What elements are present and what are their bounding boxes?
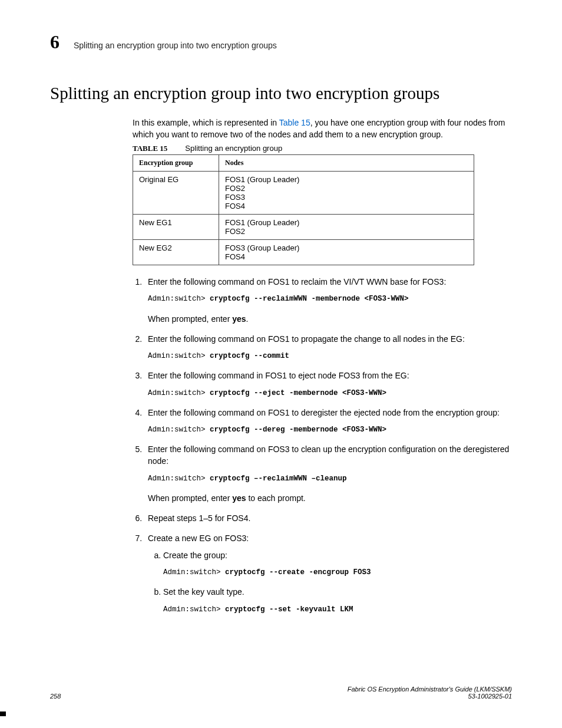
cell-group: Original EG: [133, 172, 219, 215]
note-text: When prompted, enter: [148, 314, 232, 324]
node-entry: FOS2: [225, 227, 468, 236]
step-text: Enter the following command on FOS1 to r…: [148, 277, 446, 286]
page-footer: 258 Fabric OS Encryption Administrator's…: [50, 686, 512, 700]
intro-paragraph: In this example, which is represented in…: [133, 117, 512, 140]
step-4: Enter the following command on FOS1 to d…: [144, 407, 512, 435]
body-column: In this example, which is represented in…: [133, 117, 512, 615]
running-title: Splitting an encryption group into two e…: [74, 41, 277, 50]
note-text: to each prompt.: [246, 493, 306, 503]
code-block: Admin:switch> cryptocfg --dereg -membern…: [148, 424, 512, 435]
step-3: Enter the following command in FOS1 to e…: [144, 370, 512, 398]
command: cryptocfg --reclaimWWN -membernode <FOS3…: [210, 295, 409, 303]
book-title: Fabric OS Encryption Administrator's Gui…: [348, 686, 512, 693]
section-heading: Splitting an encryption group into two e…: [50, 84, 512, 103]
prompt: Admin:switch>: [148, 295, 210, 303]
step-note: When prompted, enter yes to each prompt.: [148, 492, 512, 504]
code-block: Admin:switch> cryptocfg --set -keyvault …: [163, 604, 512, 615]
cell-nodes: FOS3 (Group Leader) FOS4: [219, 240, 474, 265]
code-block: Admin:switch> cryptocfg --commit: [148, 351, 512, 361]
substeps: Create the group: Admin:switch> cryptocf…: [148, 549, 512, 615]
command: cryptocfg --create -encgroup FOS3: [225, 568, 371, 577]
cell-group: New EG2: [133, 240, 219, 265]
procedure-steps: Enter the following command on FOS1 to r…: [133, 276, 512, 614]
chapter-number: 6: [50, 32, 59, 51]
code-block: Admin:switch> cryptocfg --eject -membern…: [148, 388, 512, 398]
step-text: Create a new EG on FOS3:: [148, 533, 249, 543]
table-caption-text: Splitting an encryption group: [185, 144, 282, 153]
node-entry: FOS4: [225, 252, 468, 261]
table-xref-link[interactable]: Table 15: [279, 118, 310, 127]
code-block: Admin:switch> cryptocfg --create -encgro…: [163, 567, 512, 578]
step-text: Enter the following command on FOS1 to d…: [148, 408, 500, 417]
cell-nodes: FOS1 (Group Leader) FOS2: [219, 215, 474, 240]
substep-text: Set the key vault type.: [163, 587, 244, 597]
note-text: When prompted, enter: [148, 493, 232, 503]
table-row: New EG1 FOS1 (Group Leader) FOS2: [133, 215, 474, 240]
prompt: Admin:switch>: [148, 389, 210, 397]
encryption-group-table: Encryption group Nodes Original EG FOS1 …: [133, 154, 474, 265]
table-row: Original EG FOS1 (Group Leader) FOS2 FOS…: [133, 172, 474, 215]
command: cryptocfg --commit: [210, 352, 289, 360]
node-entry: FOS1 (Group Leader): [225, 175, 468, 184]
cell-group: New EG1: [133, 215, 219, 240]
node-entry: FOS3: [225, 193, 468, 202]
cell-nodes: FOS1 (Group Leader) FOS2 FOS3 FOS4: [219, 172, 474, 215]
note-text: .: [246, 314, 249, 324]
node-entry: FOS2: [225, 184, 468, 193]
prompt: Admin:switch>: [163, 605, 225, 614]
command: cryptocfg --eject -membernode <FOS3-WWN>: [210, 389, 386, 397]
crop-mark-icon: [0, 711, 6, 716]
substep-a: Create the group: Admin:switch> cryptocf…: [163, 549, 512, 578]
doc-number: 53-1002925-01: [348, 693, 512, 700]
step-text: Enter the following command on FOS1 to p…: [148, 334, 465, 344]
page-number: 258: [50, 693, 61, 700]
running-head: 6 Splitting an encryption group into two…: [50, 32, 512, 51]
substep-b: Set the key vault type. Admin:switch> cr…: [163, 586, 512, 614]
footer-right: Fabric OS Encryption Administrator's Gui…: [348, 686, 512, 700]
prompt: Admin:switch>: [163, 568, 225, 577]
node-entry: FOS4: [225, 202, 468, 210]
note-bold: yes: [232, 493, 246, 503]
step-1: Enter the following command on FOS1 to r…: [144, 276, 512, 325]
intro-text: In this example, which is represented in: [133, 118, 279, 127]
table-caption: TABLE 15Splitting an encryption group: [133, 144, 512, 153]
page: 6 Splitting an encryption group into two…: [0, 0, 562, 728]
prompt: Admin:switch>: [148, 352, 210, 360]
col-header-nodes: Nodes: [219, 155, 474, 172]
node-entry: FOS3 (Group Leader): [225, 243, 468, 252]
command: cryptocfg --set -keyvault LKM: [225, 605, 353, 614]
node-entry: FOS1 (Group Leader): [225, 218, 468, 227]
code-block: Admin:switch> cryptocfg –-reclaimWWN –cl…: [148, 473, 512, 484]
step-text: Enter the following command in FOS1 to e…: [148, 371, 409, 380]
table-header-row: Encryption group Nodes: [133, 155, 474, 172]
prompt: Admin:switch>: [148, 426, 210, 434]
prompt: Admin:switch>: [148, 475, 210, 483]
step-5: Enter the following command on FOS3 to c…: [144, 443, 512, 504]
step-7: Create a new EG on FOS3: Create the grou…: [144, 532, 512, 614]
step-text: Enter the following command on FOS3 to c…: [148, 444, 509, 466]
col-header-group: Encryption group: [133, 155, 219, 172]
code-block: Admin:switch> cryptocfg --reclaimWWN -me…: [148, 294, 512, 304]
table-label: TABLE 15: [133, 144, 167, 153]
table-row: New EG2 FOS3 (Group Leader) FOS4: [133, 240, 474, 265]
command: cryptocfg –-reclaimWWN –cleanup: [210, 475, 347, 483]
step-6: Repeat steps 1–5 for FOS4.: [144, 512, 512, 524]
step-2: Enter the following command on FOS1 to p…: [144, 333, 512, 361]
note-bold: yes: [232, 314, 246, 324]
step-text: Repeat steps 1–5 for FOS4.: [148, 513, 250, 523]
step-note: When prompted, enter yes.: [148, 313, 512, 325]
command: cryptocfg --dereg -membernode <FOS3-WWN>: [210, 426, 386, 434]
substep-text: Create the group:: [163, 551, 227, 560]
